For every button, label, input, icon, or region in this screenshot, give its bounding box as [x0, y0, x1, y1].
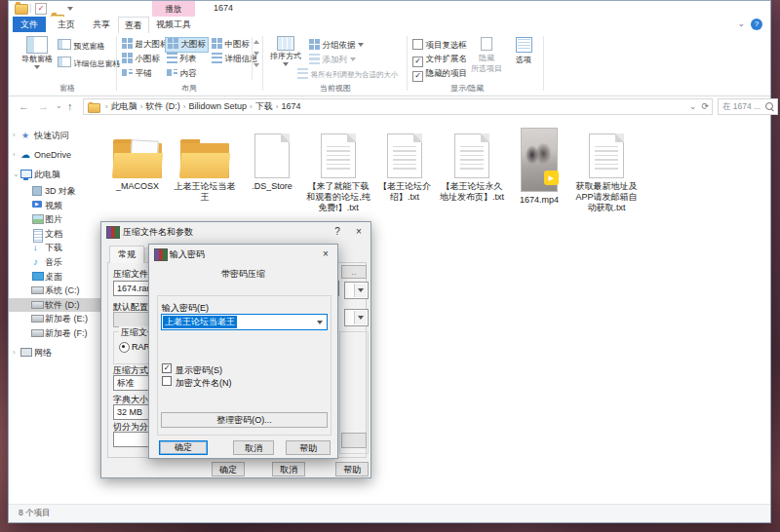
tab-general[interactable]: 常规 [109, 246, 144, 263]
sidebar-item-3d-objects[interactable]: 3D 对象 [9, 184, 110, 198]
file-item[interactable]: 【来了就能下载和观看的论坛,纯免费!】.txt [306, 124, 370, 213]
organize-passwords-button[interactable]: 整理密码(O)... [161, 412, 328, 428]
file-extensions-toggle[interactable]: ✓ 文件扩展名 [412, 54, 467, 67]
archive-ok-button[interactable]: 确定 [212, 462, 245, 476]
gallery-down-icon[interactable] [254, 52, 259, 56]
dropdown-icon[interactable] [354, 311, 367, 324]
archive-help-button[interactable]: 帮助 [335, 462, 369, 476]
dialog-close-button[interactable]: × [318, 247, 333, 261]
breadcrumb-this-pc[interactable]: 此电脑 [111, 99, 137, 114]
size-columns-icon [297, 68, 308, 79]
recent-locations-icon[interactable]: ⌄ [56, 96, 62, 116]
sidebar-item-quick-access[interactable]: › ★ 快速访问 [9, 129, 110, 142]
details-pane-button[interactable]: 详细信息窗格 [58, 57, 121, 69]
sidebar-item-drive-c[interactable]: 系统 (C:) [9, 284, 110, 297]
help-icon[interactable]: ? [751, 19, 762, 30]
tab-home[interactable]: 主页 [52, 17, 81, 32]
file-item[interactable]: 【老王论坛介绍】.txt [372, 124, 437, 203]
sidebar-item-drive-d[interactable]: 软件 (D:) [9, 298, 110, 312]
cloud-icon: ☁ [20, 148, 30, 162]
view-xl-icons[interactable]: 超大图标 [120, 37, 171, 51]
encrypt-names-checkbox[interactable] [162, 376, 172, 386]
dialog-help-button[interactable]: ? [330, 225, 345, 239]
gallery-more-icon[interactable] [254, 63, 259, 67]
file-item[interactable]: .DS_Store [240, 124, 304, 192]
file-item[interactable]: 上老王论坛当老王 [173, 124, 237, 203]
password-cancel-button[interactable]: 取消 [233, 440, 274, 455]
archive-cancel-button[interactable]: 取消 [272, 462, 305, 476]
password-dialog-titlebar[interactable]: 输入密码 × [149, 245, 337, 264]
file-item[interactable]: 获取最新地址及APP请发邮箱自动获取.txt [574, 124, 639, 213]
archive-dialog-titlebar[interactable]: 压缩文件名和参数 ? × [101, 222, 370, 242]
view-large-icons[interactable]: 大图标 [165, 37, 209, 53]
rar-radio[interactable] [119, 342, 130, 353]
dropdown-icon[interactable] [314, 316, 326, 328]
sidebar-item-network[interactable]: › 网络 [9, 346, 110, 360]
back-button[interactable]: ← [19, 96, 29, 116]
sidebar-item-music[interactable]: ♪ 音乐 [9, 255, 110, 269]
search-icon[interactable] [765, 102, 773, 110]
sidebar-item-this-pc[interactable]: ⌄ 此电脑 [9, 168, 110, 181]
password-input[interactable]: 上老王论坛当老王 [161, 314, 328, 330]
location-folder-icon [88, 103, 100, 113]
view-list[interactable]: 列表 [165, 52, 199, 65]
add-columns-button[interactable]: 添加列 [309, 54, 356, 66]
item-checkboxes-checkbox [412, 39, 423, 50]
refresh-icon[interactable]: ⟳ [701, 101, 709, 111]
update-mode-combo[interactable] [344, 282, 369, 299]
file-item[interactable]: 【老王论坛永久地址发布页】.txt [440, 124, 504, 203]
options-button[interactable]: 选项 [510, 37, 537, 65]
nav-pane-button[interactable]: 导航窗格 [20, 36, 54, 69]
gallery-up-icon[interactable] [254, 40, 259, 44]
button-sliver[interactable] [341, 433, 367, 448]
sidebar-item-documents[interactable]: 文档 [9, 227, 110, 241]
browse-button[interactable]: .. [341, 265, 367, 279]
preview-pane-button[interactable]: 预览窗格 [58, 39, 105, 52]
address-dropdown-icon[interactable]: ⌄ [689, 102, 696, 111]
up-button[interactable]: ↑ [67, 96, 73, 116]
sidebar-item-onedrive[interactable]: › ☁ OneDrive [9, 148, 110, 162]
text-file-icon [454, 133, 489, 178]
tab-share[interactable]: 共享 [87, 17, 116, 32]
password-help-button[interactable]: 帮助 [286, 440, 331, 455]
size-columns-button[interactable]: 将所有列调整为合适的大小 [297, 68, 399, 80]
view-content[interactable]: 内容 [165, 66, 199, 80]
forward-button[interactable]: → [38, 96, 49, 116]
view-tiles[interactable]: 平铺 [120, 66, 154, 80]
sidebar-item-downloads[interactable]: ↓ 下载 [9, 241, 110, 254]
tab-file[interactable]: 文件 [13, 17, 46, 32]
hide-selected-button[interactable]: 隐藏 所选项目 [469, 37, 504, 74]
gallery-scrollbar[interactable] [252, 37, 260, 80]
show-password-checkbox[interactable]: ✓ [162, 363, 172, 373]
qat-customize-icon[interactable] [67, 7, 73, 11]
dialog-close-button[interactable]: × [351, 225, 367, 239]
sidebar-item-videos[interactable]: ▶ 视频 [9, 199, 110, 212]
breadcrumb-1674[interactable]: 1674 [281, 99, 300, 114]
group-by-button[interactable]: 分组依据 [309, 39, 364, 52]
sidebar-item-drive-e[interactable]: 新加卷 (E:) [9, 312, 110, 325]
address-breadcrumb-box[interactable]: › 此电脑 › 软件 (D:) › Bilidown Setup › 下载 › … [83, 98, 713, 115]
hidden-items-toggle[interactable]: ✓ 隐藏的项目 [412, 68, 467, 82]
sidebar-item-desktop[interactable]: 桌面 [9, 270, 110, 284]
breadcrumb-bilidown-setup[interactable]: Bilidown Setup [189, 99, 248, 114]
item-checkboxes-toggle[interactable]: 项目复选框 [412, 39, 467, 52]
file-item[interactable]: ▶ 1674.mp4 [507, 124, 571, 206]
3d-objects-icon [32, 186, 42, 196]
collapse-ribbon-icon[interactable]: ⌄ [737, 19, 745, 28]
sidebar-item-drive-f[interactable]: 新加卷 (F:) [9, 326, 110, 340]
tab-video-tools[interactable]: 视频工具 [152, 17, 195, 32]
breadcrumb-download[interactable]: 下载 [255, 99, 273, 114]
file-item[interactable]: _MACOSX [105, 124, 170, 192]
breadcrumb-drive-d[interactable]: 软件 (D:) [145, 99, 180, 114]
tab-view[interactable]: 查看 [118, 17, 149, 33]
sort-by-button[interactable]: 排序方式 [268, 36, 303, 66]
second-combo[interactable] [344, 309, 369, 326]
dropdown-icon[interactable] [354, 284, 367, 297]
search-input[interactable]: 在 1674 ... [718, 98, 778, 115]
password-ok-button[interactable]: 确定 [159, 440, 208, 455]
sidebar-item-pictures[interactable]: 图片 [9, 212, 110, 226]
title-bar[interactable]: | ✓ 播放 1674 – □ × [9, 1, 770, 17]
view-medium-icons[interactable]: 中图标 [210, 37, 252, 51]
view-small-icons[interactable]: 小图标 [120, 52, 162, 65]
qat-properties-icon[interactable]: ✓ [35, 3, 47, 15]
